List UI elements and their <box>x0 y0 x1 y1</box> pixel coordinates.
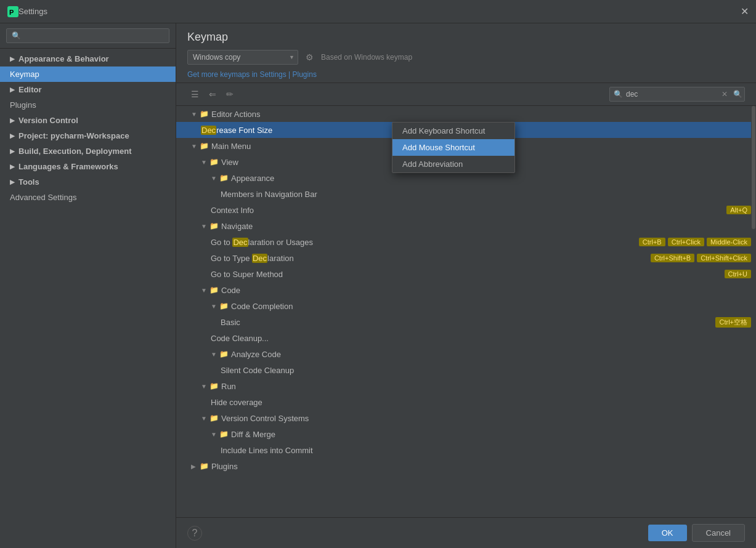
folder-icon: 📁 <box>209 158 219 166</box>
add-keyboard-shortcut-item[interactable]: Add Keyboard Shortcut <box>392 123 514 139</box>
tree-area: ▼ 📁 Editor Actions Decrease Font Size Ad… <box>176 106 756 517</box>
tree-row-editor-actions[interactable]: ▼ 📁 Editor Actions <box>176 106 756 122</box>
keymap-select-wrapper: Windows copy <box>187 50 298 65</box>
expand-arrow-icon: ▼ <box>201 415 207 422</box>
shortcut-badge-ctrl-u: Ctrl+U <box>725 270 751 278</box>
tree-row-label: Basic <box>221 318 715 327</box>
folder-icon: 📁 <box>219 350 229 358</box>
tree-row-hide-coverage[interactable]: Hide coverage <box>176 394 756 410</box>
shortcut-badge-ctrl-shift-b: Ctrl+Shift+B <box>651 254 694 262</box>
ok-button[interactable]: OK <box>648 525 687 541</box>
tree-row-label: Hide coverage <box>211 398 751 407</box>
titlebar: P Settings ✕ <box>0 0 756 23</box>
sidebar-item-languages-frameworks[interactable]: ▶ Languages & Frameworks <box>0 159 176 174</box>
collapse-all-button[interactable]: ⇐ <box>205 87 220 101</box>
tree-row-label: Plugins <box>211 462 751 471</box>
tree-row-context-info[interactable]: Context Info Alt+Q <box>176 202 756 218</box>
tree-row-go-to-type-declaration[interactable]: Go to Type Declaration Ctrl+Shift+B Ctrl… <box>176 250 756 266</box>
folder-icon: 📁 <box>200 462 209 470</box>
sidebar: ▶ Appearance & Behavior Keymap ▶ Editor … <box>0 23 176 548</box>
close-button[interactable]: ✕ <box>741 6 749 17</box>
sidebar-item-version-control[interactable]: ▶ Version Control <box>0 113 176 128</box>
tree-row-label: Version Control Systems <box>221 414 751 423</box>
shortcut-badges: Ctrl+空格 <box>715 317 751 328</box>
tree-row-plugins[interactable]: ▶ 📁 Plugins <box>176 458 756 474</box>
expand-all-button[interactable]: ☰ <box>187 87 203 101</box>
tree-row-label: Members in Navigation Bar <box>221 190 751 199</box>
panel-title: Keymap <box>187 31 745 44</box>
tree-row-go-to-declaration[interactable]: Go to Declaration or Usages Ctrl+B Ctrl+… <box>176 234 756 250</box>
expand-arrow-icon: ▼ <box>201 223 207 230</box>
tree-row-run[interactable]: ▼ 📁 Run <box>176 378 756 394</box>
tree-row-basic[interactable]: Basic Ctrl+空格 <box>176 314 756 330</box>
panel-header: Keymap Windows copy ⚙ Based on Windows k… <box>176 23 756 83</box>
cancel-button[interactable]: Cancel <box>692 524 745 542</box>
bottom-bar: ? OK Cancel <box>176 517 756 548</box>
shortcut-badge-middle-click: Middle-Click <box>707 238 751 246</box>
tree-row-label: Go to Type Declaration <box>211 254 651 263</box>
arrow-icon: ▶ <box>10 163 15 170</box>
tree-row-label: Silent Code Cleanup <box>221 366 751 375</box>
folder-icon: 📁 <box>209 414 219 422</box>
tree-row-silent-code-cleanup[interactable]: Silent Code Cleanup <box>176 362 756 378</box>
sidebar-item-editor[interactable]: ▶ Editor <box>0 82 176 97</box>
gear-button[interactable]: ⚙ <box>303 50 316 65</box>
sidebar-item-advanced-settings[interactable]: Advanced Settings <box>0 190 176 205</box>
tree-row-navigate[interactable]: ▼ 📁 Navigate <box>176 218 756 234</box>
sidebar-item-appearance-behavior[interactable]: ▶ Appearance & Behavior <box>0 51 176 66</box>
sidebar-item-tools[interactable]: ▶ Tools <box>0 174 176 190</box>
tree-row-analyze-code[interactable]: ▼ 📁 Analyze Code <box>176 346 756 362</box>
keymap-select[interactable]: Windows copy <box>187 50 298 65</box>
shortcut-badges: Ctrl+U <box>725 270 751 278</box>
help-button[interactable]: ? <box>187 526 202 541</box>
sidebar-items-list: ▶ Appearance & Behavior Keymap ▶ Editor … <box>0 49 176 548</box>
search-icon: 🔍 <box>614 90 623 99</box>
sidebar-item-plugins[interactable]: Plugins <box>0 97 176 113</box>
get-keymaps-link[interactable]: Get more keymaps in Settings | Plugins <box>187 70 317 79</box>
sidebar-item-keymap[interactable]: Keymap <box>0 66 176 82</box>
tree-row-include-lines[interactable]: Include Lines into Commit <box>176 442 756 458</box>
scrollbar-track[interactable] <box>751 106 756 517</box>
tree-row-code-completion[interactable]: ▼ 📁 Code Completion <box>176 298 756 314</box>
add-abbreviation-item[interactable]: Add Abbreviation <box>392 156 514 172</box>
search-options-icon[interactable]: 🔍 <box>733 90 742 99</box>
arrow-icon: ▶ <box>10 117 15 124</box>
sidebar-item-label: Tools <box>18 177 39 187</box>
tree-row-label: Code <box>221 286 751 295</box>
tree-row-diff-merge[interactable]: ▼ 📁 Diff & Merge <box>176 426 756 442</box>
expand-arrow-icon: ▼ <box>201 287 207 294</box>
expand-arrow-icon: ▼ <box>211 175 217 182</box>
tree-row-code-cleanup[interactable]: Code Cleanup... <box>176 330 756 346</box>
arrow-icon: ▶ <box>10 148 15 155</box>
app-icon: P <box>7 6 18 17</box>
tree-row-members-in-nav[interactable]: Members in Navigation Bar <box>176 186 756 202</box>
highlight-dec: Dec <box>252 254 267 263</box>
scrollbar-thumb[interactable] <box>752 106 755 229</box>
shortcut-badge-ctrl-click: Ctrl+Click <box>668 238 704 246</box>
tree-row-label: Navigate <box>221 222 751 231</box>
collapse-all-icon: ⇐ <box>209 89 216 99</box>
sidebar-item-label: Languages & Frameworks <box>18 162 118 171</box>
expand-arrow-icon: ▼ <box>191 143 197 150</box>
sidebar-item-build-execution[interactable]: ▶ Build, Execution, Deployment <box>0 143 176 159</box>
expand-all-icon: ☰ <box>191 89 199 99</box>
arrow-icon: ▶ <box>10 132 15 139</box>
tree-row-decrease-font-size[interactable]: Decrease Font Size Add Keyboard Shortcut… <box>176 122 756 138</box>
search-clear-icon[interactable]: ✕ <box>721 90 728 99</box>
shortcut-badge: Alt+Q <box>726 206 751 214</box>
shortcut-badge-ctrl-shift-click: Ctrl+Shift+Click <box>697 254 751 262</box>
tree-row-version-control-systems[interactable]: ▼ 📁 Version Control Systems <box>176 410 756 426</box>
add-mouse-shortcut-item[interactable]: Add Mouse Shortcut <box>392 139 514 156</box>
filter-icon: ✏ <box>226 89 234 99</box>
tree-row-code[interactable]: ▼ 📁 Code <box>176 282 756 298</box>
arrow-icon: ▶ <box>10 55 15 62</box>
sidebar-item-label: Appearance & Behavior <box>18 54 109 63</box>
settings-window: P Settings ✕ ▶ Appearance & Behavior Key… <box>0 0 756 548</box>
tree-row-go-to-super-method[interactable]: Go to Super Method Ctrl+U <box>176 266 756 282</box>
sidebar-item-project[interactable]: ▶ Project: pycharm-Workspace <box>0 128 176 143</box>
sidebar-item-label: Plugins <box>10 100 36 110</box>
folder-icon: 📁 <box>209 286 219 294</box>
filter-button[interactable]: ✏ <box>222 87 237 101</box>
tree-row-label: Code Completion <box>231 302 751 311</box>
sidebar-search-input[interactable] <box>6 28 169 43</box>
